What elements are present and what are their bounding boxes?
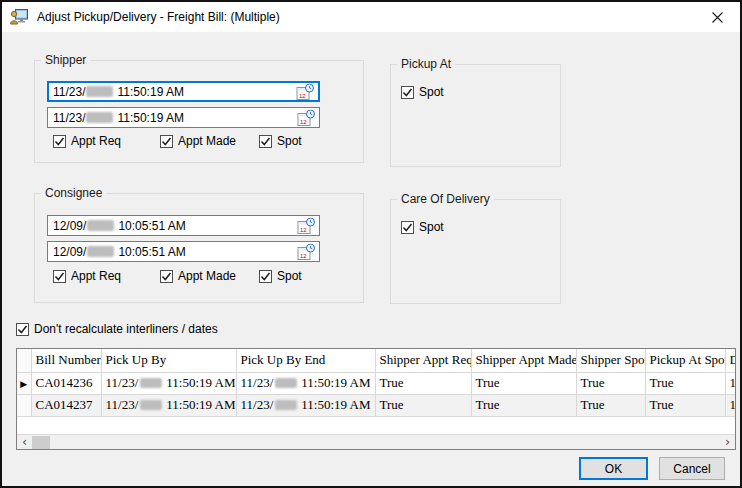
svg-text:12: 12 xyxy=(300,252,307,258)
dont-recalculate-checkbox[interactable]: Don't recalculate interliners / dates xyxy=(16,322,218,336)
grid-selector-header[interactable] xyxy=(17,349,31,372)
redacted-year xyxy=(275,378,297,388)
scroll-left-icon[interactable]: ‹ xyxy=(17,435,32,449)
cell-pick-up-by[interactable]: 11/23/11:50:19 AM xyxy=(101,372,236,394)
consignee-appt-req-checkbox[interactable]: Appt Req xyxy=(53,269,121,283)
redacted-year xyxy=(87,246,114,257)
checkbox-label: Spot xyxy=(277,269,302,283)
pickup-at-group: Pickup At Spot xyxy=(390,64,561,167)
care-of-delivery-spot-checkbox[interactable]: Spot xyxy=(401,220,444,234)
consignee-deliver-by-end-input[interactable]: 12/09/10:05:51 AM 12 xyxy=(47,241,320,262)
adjust-pickup-delivery-dialog: Adjust Pickup/Delivery - Freight Bill: (… xyxy=(0,0,742,488)
checkbox-checked-icon xyxy=(16,323,29,336)
checkbox-checked-icon xyxy=(259,135,272,148)
redacted-year xyxy=(140,400,162,410)
checkbox-checked-icon xyxy=(401,86,414,99)
redacted-year xyxy=(140,378,162,388)
cell-shipper-appt-req[interactable]: True xyxy=(375,372,471,394)
checkbox-label: Don't recalculate interliners / dates xyxy=(34,322,218,336)
consignee-group-label: Consignee xyxy=(41,186,106,200)
col-shipper-spot[interactable]: Shipper Spot xyxy=(576,349,645,372)
app-icon xyxy=(10,9,28,25)
datetime-value: 12/09/10:05:51 AM xyxy=(53,245,186,259)
shipper-pickup-by-end-input[interactable]: 11/23/11:50:19 AM 12 xyxy=(47,107,320,128)
ok-button[interactable]: OK xyxy=(579,457,648,480)
table-row[interactable]: CA014237 11/23/11:50:19 AM 11/23/11:50:1… xyxy=(17,394,736,416)
col-shipper-appt-made[interactable]: Shipper Appt Made xyxy=(471,349,576,372)
col-pick-up-by-end[interactable]: Pick Up By End xyxy=(236,349,375,372)
datetime-picker-icon[interactable]: 12 xyxy=(297,109,316,126)
datetime-picker-icon[interactable]: 12 xyxy=(296,83,315,100)
title-bar[interactable]: Adjust Pickup/Delivery - Freight Bill: (… xyxy=(2,2,740,32)
cell-bill-number[interactable]: CA014237 xyxy=(31,394,101,416)
redacted-year xyxy=(86,86,113,97)
datetime-picker-icon[interactable]: 12 xyxy=(297,243,316,260)
checkbox-checked-icon xyxy=(53,135,66,148)
cancel-button[interactable]: Cancel xyxy=(659,457,725,480)
svg-text:12: 12 xyxy=(300,226,307,232)
cell-deliver-by[interactable]: 12/09/ xyxy=(725,372,736,394)
svg-text:12: 12 xyxy=(300,118,307,124)
row-selector-cell[interactable]: ▶ xyxy=(17,372,31,394)
shipper-group: Shipper 11/23/11:50:19 AM 12 11/23/11:50… xyxy=(34,60,364,163)
checkbox-label: Spot xyxy=(419,85,444,99)
close-button[interactable] xyxy=(695,2,740,32)
checkbox-checked-icon xyxy=(53,270,66,283)
consignee-group: Consignee 12/09/10:05:51 AM 12 12/09/10:… xyxy=(34,193,364,303)
pickup-at-spot-checkbox[interactable]: Spot xyxy=(401,85,444,99)
cell-pickup-at-spot[interactable]: True xyxy=(645,394,725,416)
redacted-year xyxy=(275,400,297,410)
shipper-pickup-by-input[interactable]: 11/23/11:50:19 AM 12 xyxy=(47,81,320,102)
checkbox-label: Appt Made xyxy=(178,134,236,148)
redacted-year xyxy=(87,220,114,231)
shipper-appt-req-checkbox[interactable]: Appt Req xyxy=(53,134,121,148)
checkbox-label: Appt Made xyxy=(178,269,236,283)
current-row-arrow: ▶ xyxy=(20,379,27,389)
scroll-right-icon[interactable]: › xyxy=(720,435,735,449)
checkbox-checked-icon xyxy=(401,221,414,234)
col-pickup-at-spot[interactable]: Pickup At Spot xyxy=(645,349,725,372)
cell-shipper-appt-req[interactable]: True xyxy=(375,394,471,416)
shipper-spot-checkbox[interactable]: Spot xyxy=(259,134,302,148)
pickup-at-group-label: Pickup At xyxy=(397,57,455,71)
shipper-group-label: Shipper xyxy=(41,53,90,67)
cell-shipper-appt-made[interactable]: True xyxy=(471,394,576,416)
col-bill-number[interactable]: Bill Number xyxy=(31,349,101,372)
close-icon xyxy=(712,12,723,23)
checkbox-label: Spot xyxy=(277,134,302,148)
window-title: Adjust Pickup/Delivery - Freight Bill: (… xyxy=(37,10,280,24)
consignee-spot-checkbox[interactable]: Spot xyxy=(259,269,302,283)
cell-pick-up-by-end[interactable]: 11/23/11:50:19 AM xyxy=(236,372,375,394)
redacted-year xyxy=(86,112,113,123)
care-of-delivery-group: Care Of Delivery Spot xyxy=(390,199,561,304)
datetime-value: 11/23/11:50:19 AM xyxy=(53,85,184,99)
datetime-picker-icon[interactable]: 12 xyxy=(297,217,316,234)
scrollbar-thumb[interactable] xyxy=(32,436,50,449)
cell-deliver-by[interactable]: 12/09/ xyxy=(725,394,736,416)
checkbox-checked-icon xyxy=(259,270,272,283)
checkbox-label: Spot xyxy=(419,220,444,234)
checkbox-checked-icon xyxy=(160,270,173,283)
cell-shipper-appt-made[interactable]: True xyxy=(471,372,576,394)
col-deliver-by[interactable]: Deliver By xyxy=(725,349,736,372)
checkbox-label: Appt Req xyxy=(71,134,121,148)
cell-bill-number[interactable]: CA014236 xyxy=(31,372,101,394)
horizontal-scrollbar[interactable]: ‹ › xyxy=(17,434,735,449)
consignee-deliver-by-input[interactable]: 12/09/10:05:51 AM 12 xyxy=(47,215,320,236)
care-of-delivery-group-label: Care Of Delivery xyxy=(397,192,494,206)
consignee-appt-made-checkbox[interactable]: Appt Made xyxy=(160,269,236,283)
cell-pick-up-by[interactable]: 11/23/11:50:19 AM xyxy=(101,394,236,416)
shipper-appt-made-checkbox[interactable]: Appt Made xyxy=(160,134,236,148)
freight-bill-grid: Bill Number Pick Up By Pick Up By End Sh… xyxy=(16,348,736,450)
col-pick-up-by[interactable]: Pick Up By xyxy=(101,349,236,372)
cell-pickup-at-spot[interactable]: True xyxy=(645,372,725,394)
checkbox-checked-icon xyxy=(160,135,173,148)
cell-shipper-spot[interactable]: True xyxy=(576,372,645,394)
col-shipper-appt-req[interactable]: Shipper Appt Req xyxy=(375,349,471,372)
datetime-value: 12/09/10:05:51 AM xyxy=(53,219,186,233)
checkbox-label: Appt Req xyxy=(71,269,121,283)
cell-pick-up-by-end[interactable]: 11/23/11:50:19 AM xyxy=(236,394,375,416)
row-selector-cell[interactable] xyxy=(17,394,31,416)
cell-shipper-spot[interactable]: True xyxy=(576,394,645,416)
table-row[interactable]: ▶ CA014236 11/23/11:50:19 AM 11/23/11:50… xyxy=(17,372,736,394)
